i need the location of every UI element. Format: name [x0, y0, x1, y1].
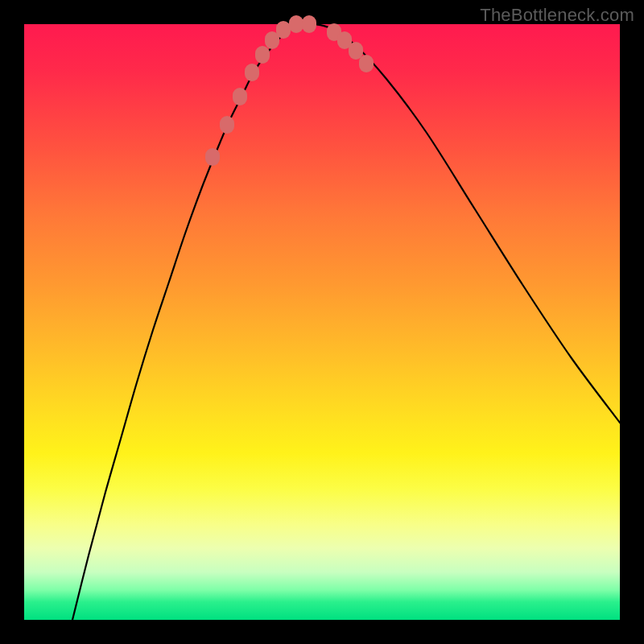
watermark-text: TheBottleneck.com [480, 5, 634, 26]
bottleneck-chart-svg [24, 24, 620, 620]
bottleneck-curve-path [72, 23, 620, 620]
curve-marker [359, 55, 374, 72]
curve-marker [255, 46, 270, 64]
curve-marker [220, 116, 234, 134]
curve-marker [349, 42, 363, 60]
curve-marker [302, 15, 316, 33]
marker-group [205, 15, 374, 166]
curve-marker [245, 64, 259, 81]
curve-marker [233, 88, 247, 105]
curve-marker [205, 148, 220, 166]
curve-marker [276, 21, 291, 39]
curve-marker [289, 15, 303, 33]
